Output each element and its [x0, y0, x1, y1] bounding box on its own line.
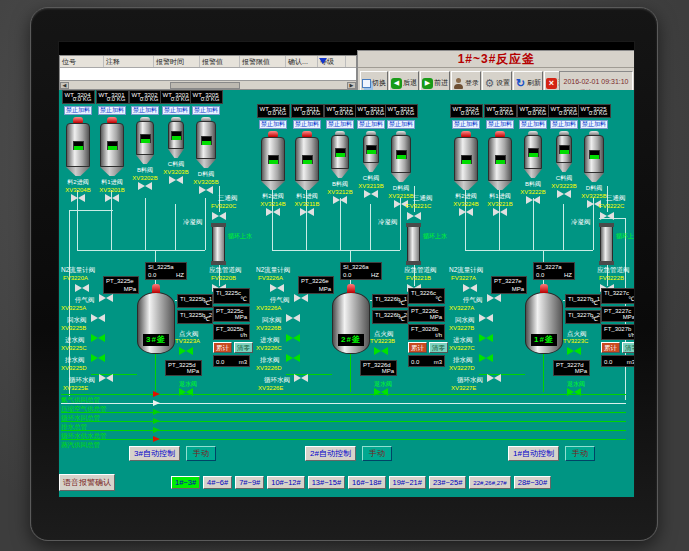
- feed-valve[interactable]: [300, 208, 314, 217]
- feed-tank[interactable]: [136, 121, 154, 155]
- return-water-valve[interactable]: [286, 314, 300, 323]
- reactor-range-button[interactable]: 28#~30#: [514, 476, 551, 489]
- circulation-water-valve[interactable]: [487, 374, 501, 383]
- reactor-range-button[interactable]: 16#~18#: [348, 476, 385, 489]
- totalize-button[interactable]: 累计: [408, 342, 427, 353]
- reactor-range-button[interactable]: 1#~3#: [171, 476, 200, 489]
- alarm-column-header[interactable]: 报警值: [200, 56, 240, 67]
- n2-flowmeter-valve[interactable]: [75, 284, 89, 293]
- manual-mode-button[interactable]: 手动: [362, 446, 392, 461]
- n2-flowmeter-valve[interactable]: [270, 284, 284, 293]
- reactor-range-button[interactable]: 10#~12#: [267, 476, 304, 489]
- feed-valve[interactable]: [71, 194, 85, 203]
- feed-valve[interactable]: [199, 186, 213, 195]
- feed-valve[interactable]: [557, 190, 571, 199]
- filter-icon[interactable]: [319, 58, 327, 64]
- reactor-range-button[interactable]: 19#~21#: [389, 476, 426, 489]
- feed-tank[interactable]: [331, 135, 349, 169]
- three-way-valve[interactable]: [407, 212, 421, 221]
- feed-tank[interactable]: [556, 135, 572, 163]
- auto-control-button[interactable]: 3#自动控制: [129, 446, 180, 461]
- alarm-column-header[interactable]: 位号: [60, 56, 104, 67]
- no-feed-label: 禁止加料: [131, 106, 159, 115]
- ignition-valve[interactable]: [179, 347, 193, 356]
- instrument-unit: HZ: [176, 272, 184, 278]
- feed-valve[interactable]: [138, 182, 152, 191]
- inlet-water-valve[interactable]: [479, 334, 493, 343]
- alarm-column-header[interactable]: 报警限值: [240, 56, 286, 67]
- feed-tank[interactable]: [66, 123, 90, 167]
- alarm-beacon: [540, 284, 548, 293]
- feed-valve[interactable]: [169, 176, 183, 185]
- auto-control-button[interactable]: 2#自动控制: [305, 446, 356, 461]
- feed-tank[interactable]: [584, 135, 604, 173]
- n2-flowmeter-valve[interactable]: [463, 284, 477, 293]
- reactor-range-button[interactable]: 23#~25#: [429, 476, 466, 489]
- feed-valve[interactable]: [364, 190, 378, 199]
- voice-alarm-ack-button[interactable]: 语音报警确认: [59, 474, 115, 491]
- alarm-column-header[interactable]: 报警时间: [154, 56, 200, 67]
- drain-water-valve[interactable]: [479, 354, 493, 363]
- inlet-water-valve[interactable]: [286, 334, 300, 343]
- instrument-tag: FT_3027b: [604, 326, 631, 332]
- feed-valve[interactable]: [526, 196, 540, 205]
- return-water-valve[interactable]: [479, 314, 493, 323]
- feed-valve[interactable]: [459, 208, 473, 217]
- scroll-right-icon[interactable]: ▶: [347, 82, 356, 89]
- stop-gas-valve[interactable]: [487, 294, 501, 303]
- feed-tank[interactable]: [196, 121, 216, 159]
- feed-tank[interactable]: [168, 121, 184, 149]
- circulation-water-valve[interactable]: [99, 374, 113, 383]
- alarm-column-header[interactable]: 确认...: [286, 56, 318, 67]
- clear-button[interactable]: 清零: [429, 342, 448, 353]
- manual-mode-button[interactable]: 手动: [565, 446, 595, 461]
- ignition-valve[interactable]: [567, 347, 581, 356]
- instrument-unit: ℃: [240, 295, 247, 302]
- three-way-valve[interactable]: [212, 212, 226, 221]
- feed-tank[interactable]: [391, 135, 411, 173]
- reactor-range-button[interactable]: 22#,26#,27#: [469, 476, 510, 489]
- feed-valve[interactable]: [493, 208, 507, 217]
- auto-control-button[interactable]: 1#自动控制: [508, 446, 559, 461]
- ignition-valve[interactable]: [374, 347, 388, 356]
- alarm-column-header[interactable]: 注释: [104, 56, 154, 67]
- instrument-value: 0.0: [604, 359, 612, 365]
- clear-button[interactable]: 清零: [622, 342, 635, 353]
- scroll-left-icon[interactable]: ◀: [60, 82, 69, 89]
- totalize-button[interactable]: 累计: [213, 342, 232, 353]
- drain-water-valve[interactable]: [286, 354, 300, 363]
- feed-tank[interactable]: [488, 137, 512, 181]
- feed-tank[interactable]: [524, 135, 542, 169]
- return-water-valve[interactable]: [91, 314, 105, 323]
- valve-tag: FV3220C: [211, 203, 236, 209]
- stop-gas-valve[interactable]: [294, 294, 308, 303]
- inlet-water-valve[interactable]: [91, 334, 105, 343]
- three-way-valve[interactable]: [600, 212, 614, 221]
- reactor-range-button[interactable]: 13#~15#: [308, 476, 345, 489]
- instrument-value: 0.0 KG: [528, 110, 547, 116]
- totalize-button[interactable]: 累计: [601, 342, 620, 353]
- instrument-unit: MPa: [235, 314, 247, 320]
- stop-gas-valve[interactable]: [99, 294, 113, 303]
- feed-tank[interactable]: [363, 135, 379, 163]
- feed-valve[interactable]: [266, 208, 280, 217]
- alarm-scrollbar[interactable]: ◀ ▶: [60, 80, 356, 89]
- feed-valve[interactable]: [333, 196, 347, 205]
- scrollbar-thumb[interactable]: [170, 82, 240, 89]
- condenser: [407, 224, 420, 264]
- valve-tag: XV3214B: [260, 201, 285, 207]
- feed-tank[interactable]: [295, 137, 319, 181]
- reactor-range-button[interactable]: 7#~9#: [235, 476, 264, 489]
- instrument-value: 0.0 KG: [396, 110, 415, 116]
- valve-tag: XV3222B: [520, 189, 545, 195]
- clear-button[interactable]: 清零: [234, 342, 253, 353]
- pipe-line: [77, 250, 205, 251]
- drain-water-valve[interactable]: [91, 354, 105, 363]
- feed-tank[interactable]: [100, 123, 124, 167]
- reactor-range-button[interactable]: 4#~6#: [203, 476, 232, 489]
- feed-tank[interactable]: [454, 137, 478, 181]
- circulation-water-valve[interactable]: [294, 374, 308, 383]
- feed-tank[interactable]: [261, 137, 285, 181]
- manual-mode-button[interactable]: 手动: [186, 446, 216, 461]
- feed-valve[interactable]: [105, 194, 119, 203]
